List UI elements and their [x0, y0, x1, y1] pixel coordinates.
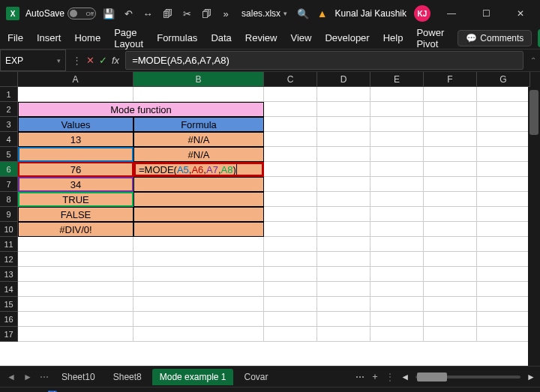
save-icon[interactable]: 💾	[102, 7, 116, 20]
tab-insert[interactable]: Insert	[37, 32, 62, 43]
cell-D6[interactable]	[317, 162, 370, 177]
cell-E12[interactable]	[370, 252, 424, 267]
cell-E10[interactable]	[370, 222, 424, 237]
cell-F5[interactable]	[424, 147, 477, 162]
tab-review[interactable]: Review	[245, 32, 278, 43]
cell-G12[interactable]	[477, 252, 530, 267]
cell-D5[interactable]	[317, 147, 370, 162]
cell-E16[interactable]	[370, 312, 424, 327]
tab-view[interactable]: View	[290, 32, 311, 43]
cell-G2[interactable]	[477, 102, 530, 117]
enter-icon[interactable]: ✓	[99, 55, 107, 66]
cell-A3[interactable]: Values	[18, 117, 134, 132]
row-header[interactable]: 16	[0, 312, 18, 327]
cell-F6[interactable]	[424, 162, 477, 177]
cell-D11[interactable]	[317, 237, 370, 252]
cell-B17[interactable]	[134, 327, 264, 342]
col-header-a[interactable]: A	[18, 72, 134, 87]
cell-D13[interactable]	[317, 267, 370, 282]
user-avatar[interactable]: KJ	[414, 5, 430, 22]
cell-B10[interactable]	[134, 222, 264, 237]
cell-C17[interactable]	[264, 327, 317, 342]
cell-F4[interactable]	[424, 132, 477, 147]
cell-C10[interactable]	[264, 222, 317, 237]
cell-C9[interactable]	[264, 207, 317, 222]
formula-bar[interactable]: =MODE(A5,A6,A7,A8)	[125, 51, 524, 70]
row-header[interactable]: 7	[0, 177, 18, 192]
cell-E2[interactable]	[370, 102, 424, 117]
sheet-overflow-icon[interactable]: ⋯	[356, 372, 364, 382]
cell-B3[interactable]: Formula	[134, 117, 264, 132]
cell-E17[interactable]	[370, 327, 424, 342]
cell-C13[interactable]	[264, 267, 317, 282]
cell-C16[interactable]	[264, 312, 317, 327]
filename[interactable]: sales.xlsx▾	[242, 8, 287, 19]
row-header[interactable]: 9	[0, 207, 18, 222]
cell-E8[interactable]	[370, 192, 424, 207]
close-button[interactable]: ✕	[507, 0, 534, 27]
cell-E14[interactable]	[370, 282, 424, 297]
cell-C6[interactable]	[264, 162, 317, 177]
qat-icon[interactable]: 🗐	[160, 7, 174, 20]
cell-D17[interactable]	[317, 327, 370, 342]
cell-G4[interactable]	[477, 132, 530, 147]
cell-C11[interactable]	[264, 237, 317, 252]
row-header[interactable]: 6	[0, 162, 18, 177]
hscroll-left-icon[interactable]: ◄	[400, 372, 410, 382]
qat-overflow-icon[interactable]: »	[219, 7, 232, 20]
copy-icon[interactable]: 🗍	[200, 7, 213, 20]
row-header[interactable]: 14	[0, 282, 18, 297]
sheet-nav-next[interactable]: ►	[21, 372, 34, 382]
cell-D7[interactable]	[317, 177, 370, 192]
cell-A4[interactable]: 13	[18, 132, 134, 147]
row-header[interactable]: 5	[0, 147, 18, 162]
cell-G16[interactable]	[477, 312, 530, 327]
cell-F12[interactable]	[424, 252, 477, 267]
comments-button[interactable]: 💬 Comments	[458, 30, 532, 46]
cell-C1[interactable]	[264, 87, 317, 102]
cell-G14[interactable]	[477, 282, 530, 297]
cell-C7[interactable]	[264, 177, 317, 192]
cell-B9[interactable]	[134, 207, 264, 222]
cell-E13[interactable]	[370, 267, 424, 282]
cell-E11[interactable]	[370, 237, 424, 252]
row-header[interactable]: 11	[0, 237, 18, 252]
select-all-corner[interactable]	[0, 72, 18, 87]
cell-E4[interactable]	[370, 132, 424, 147]
cell-F10[interactable]	[424, 222, 477, 237]
undo-icon[interactable]: ↶	[122, 7, 135, 20]
row-header[interactable]: 4	[0, 132, 18, 147]
cell-F8[interactable]	[424, 192, 477, 207]
cell-A17[interactable]	[18, 327, 134, 342]
row-header[interactable]: 17	[0, 327, 18, 342]
cell-B7[interactable]	[134, 177, 264, 192]
cell-C2[interactable]	[264, 102, 317, 117]
spreadsheet-grid[interactable]: A B C D E F G 12Mode function3ValuesForm…	[0, 72, 540, 366]
cell-G6[interactable]	[477, 162, 530, 177]
cell-A8[interactable]: TRUE	[18, 192, 134, 207]
col-header-b[interactable]: B	[134, 72, 264, 87]
cell-G13[interactable]	[477, 267, 530, 282]
row-header[interactable]: 13	[0, 267, 18, 282]
cell-B16[interactable]	[134, 312, 264, 327]
cell-D4[interactable]	[317, 132, 370, 147]
cell-D3[interactable]	[317, 117, 370, 132]
row-header[interactable]: 1	[0, 87, 18, 102]
cell-C4[interactable]	[264, 132, 317, 147]
cell-B5[interactable]: #N/A	[134, 147, 264, 162]
cell-B4[interactable]: #N/A	[134, 132, 264, 147]
cell-B6[interactable]: =MODE(A5,A6,A7,A8)	[134, 162, 264, 177]
cell-A5[interactable]	[18, 147, 134, 162]
cell-A14[interactable]	[18, 282, 134, 297]
maximize-button[interactable]: ☐	[472, 0, 500, 27]
cell-D12[interactable]	[317, 252, 370, 267]
cell-A12[interactable]	[18, 252, 134, 267]
cell-A10[interactable]: #DIV/0!	[18, 222, 134, 237]
cell-F2[interactable]	[424, 102, 477, 117]
cell-D14[interactable]	[317, 282, 370, 297]
cell-A9[interactable]: FALSE	[18, 207, 134, 222]
new-sheet-icon[interactable]: ＋	[370, 370, 380, 383]
cell-B11[interactable]	[134, 237, 264, 252]
col-header-d[interactable]: D	[317, 72, 370, 87]
minimize-button[interactable]: —	[438, 0, 465, 27]
